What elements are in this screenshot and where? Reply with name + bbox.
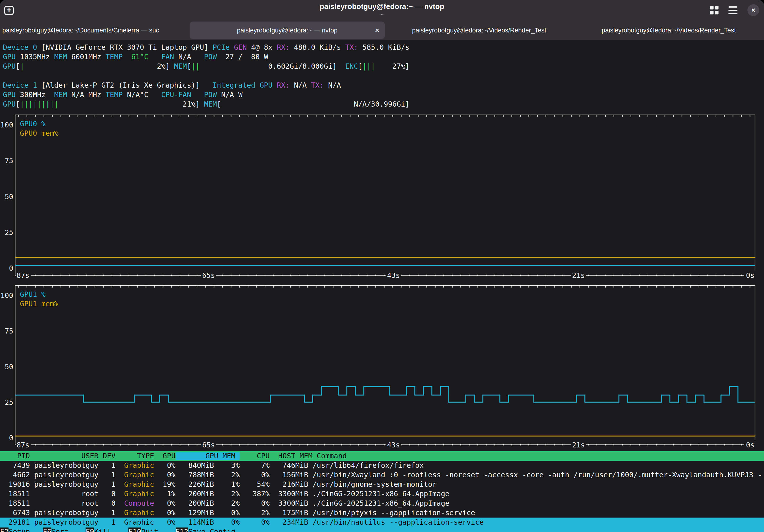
sort-column-header[interactable]: GPU MEM [176, 452, 240, 460]
device-line: Device 0 [NVIDIA GeForce RTX 3070 Ti Lap… [3, 43, 764, 52]
process-command: /usr/bin/ptyxis --gapplication-service [308, 508, 475, 517]
device-line: GPU[| 2%] MEM[|| 0.602Gi/8.000Gi] ENC[||… [3, 62, 764, 71]
window-subtitle: ~ [320, 11, 444, 18]
y-tick-label: 100 [0, 291, 13, 300]
new-tab-button[interactable]: + [4, 6, 14, 15]
y-tick-label: 50 [5, 193, 13, 201]
x-tick-label: 87s [17, 441, 29, 449]
menu-button[interactable] [728, 6, 737, 14]
y-tick-label: 0 [9, 264, 13, 272]
tab-overview-button[interactable] [710, 6, 718, 14]
process-table-header: PID USER DEV TYPE GPU GPU MEM CPU HOST M… [0, 451, 764, 461]
function-key-bar: F2Setup F6Sort F9Kill F10Quit F12Save Co… [0, 527, 764, 532]
tab-label: paisleyrobotguy@fedora:~/Videos/Render_T… [602, 27, 736, 34]
terminal-window: + paisleyrobotguy@fedora:~ — nvtop ~ × p… [0, 0, 764, 532]
tab-0[interactable]: paisleyrobotguy@fedora:~/Documents/Cinel… [0, 22, 190, 39]
tab-close-button[interactable]: × [375, 27, 379, 34]
tab-3[interactable]: paisleyrobotguy@fedora:~/Videos/Render_T… [573, 22, 764, 39]
x-tick-label: 43s [387, 271, 400, 280]
y-tick-label: 75 [5, 327, 13, 335]
gpu1-history-graph: 100755025087s65s43s21s0sGPU1 %GPU1 mem% [0, 283, 764, 455]
f10-action-label: Quit [141, 527, 176, 532]
close-icon: × [751, 7, 755, 14]
process-row[interactable]: 29181 paisleyrobotguy 1 Graphic 0% 114Mi… [0, 518, 764, 527]
f2-action-label: Setup [9, 527, 43, 532]
f9-action-label: Kill [94, 527, 128, 532]
x-tick-label: 0s [746, 441, 755, 449]
y-tick-label: 25 [5, 398, 13, 406]
device-line: GPU 1035MHz MEM 6001MHz TEMP 61°C FAN N/… [3, 52, 764, 62]
f2-key[interactable]: F2 [0, 527, 9, 532]
gpu1-series-cyan [15, 387, 755, 402]
tab-label: paisleyrobotguy@fedora:~/Videos/Render_T… [412, 27, 546, 34]
table-header-text: PID USER DEV TYPE GPU [0, 452, 176, 460]
process-row[interactable]: 19016 paisleyrobotguy 1 Graphic 19% 226M… [0, 480, 764, 489]
tab-1[interactable]: paisleyrobotguy@fedora:~ — nvtop× [190, 22, 385, 39]
process-row[interactable]: 18511 root 0 Graphic 1% 200MiB 2% 387% 3… [0, 489, 764, 499]
window-close-button[interactable]: × [747, 4, 759, 16]
legend-gpu0-mem-: GPU0 mem% [20, 129, 59, 137]
f9-key[interactable]: F9 [86, 527, 94, 532]
gpu0-history-graph: 100755025087s65s43s21s0sGPU0 %GPU0 mem% [0, 110, 764, 285]
legend-gpu1-: GPU1 % [20, 290, 46, 299]
x-tick-label: 0s [746, 271, 755, 280]
y-tick-label: 25 [5, 228, 13, 237]
x-tick-label: 21s [572, 441, 585, 449]
x-tick-label: 21s [572, 271, 585, 280]
x-tick-label: 87s [17, 271, 29, 280]
f10-key[interactable]: F10 [128, 527, 141, 532]
y-tick-label: 75 [5, 157, 13, 165]
process-table: PID USER DEV TYPE GPU GPU MEM CPU HOST M… [0, 451, 764, 527]
device-line: GPU[||||||||| 21%] MEM[ N/A/30.996Gi] [3, 99, 764, 109]
x-tick-label: 65s [202, 271, 215, 280]
process-command: /usr/bin/Xwayland :0 -rootless -noreset … [308, 470, 762, 479]
window-controls: × [710, 4, 759, 16]
tab-bar: paisleyrobotguy@fedora:~/Documents/Cinel… [0, 21, 764, 40]
process-row[interactable]: 4662 paisleyrobotguy 1 Graphic 0% 788MiB… [0, 470, 764, 480]
y-tick-label: 100 [0, 121, 13, 129]
table-header-text: CPU HOST MEM Command [240, 452, 347, 460]
plus-icon: + [6, 6, 11, 14]
x-tick-label: 43s [387, 441, 400, 449]
device-summary: Device 0 [NVIDIA GeForce RTX 3070 Ti Lap… [3, 43, 764, 109]
tab-2[interactable]: paisleyrobotguy@fedora:~/Videos/Render_T… [385, 22, 573, 39]
device-line: GPU 300MHz MEM N/A MHz TEMP N/A°C CPU-FA… [3, 90, 764, 99]
f6-key[interactable]: F6 [43, 527, 52, 532]
f12-action-label: Save Config [188, 527, 236, 532]
process-command: ./CinGG-20251231-x86_64.AppImage [308, 489, 449, 498]
process-command: /usr/bin/nautilus --gapplication-service [308, 518, 484, 526]
tab-label: paisleyrobotguy@fedora:~ — nvtop [237, 27, 337, 34]
f12-key[interactable]: F12 [176, 527, 188, 532]
process-row[interactable]: 6743 paisleyrobotguy 1 Graphic 0% 129MiB… [0, 508, 764, 518]
tab-label: paisleyrobotguy@fedora:~/Documents/Cinel… [2, 27, 159, 34]
f6-action-label: Sort [52, 527, 86, 532]
process-command: /usr/bin/gnome-system-monitor [308, 480, 437, 488]
window-titlebar: + paisleyrobotguy@fedora:~ — nvtop ~ × [0, 0, 764, 21]
blank-line [3, 71, 764, 80]
device-line: Device 1 [Alder Lake-P GT2 (Iris Xe Grap… [3, 80, 764, 90]
legend-gpu1-mem-: GPU1 mem% [20, 300, 59, 308]
y-tick-label: 0 [9, 434, 13, 442]
terminal-content: Device 0 [NVIDIA GeForce RTX 3070 Ti Lap… [0, 40, 764, 532]
legend-gpu0-: GPU0 % [20, 120, 46, 128]
x-tick-label: 65s [202, 441, 215, 449]
process-command: ./CinGG-20251231-x86_64.AppImage [308, 499, 449, 507]
window-title: paisleyrobotguy@fedora:~ — nvtop [320, 2, 444, 11]
process-row[interactable]: 18511 root 0 Compute 0% 200MiB 2% 0% 330… [0, 499, 764, 508]
y-tick-label: 50 [5, 363, 13, 371]
window-title-group: paisleyrobotguy@fedora:~ — nvtop ~ [320, 2, 444, 18]
process-command: /usr/lib64/firefox/firefox [308, 461, 424, 469]
process-row[interactable]: 7439 paisleyrobotguy 1 Graphic 0% 840MiB… [0, 461, 764, 470]
